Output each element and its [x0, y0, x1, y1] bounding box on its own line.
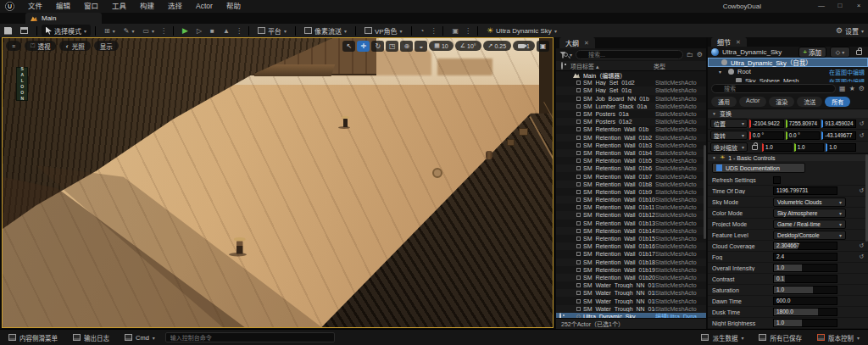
basic-controls-section-header[interactable]: ▼ ☀ 1 - Basic Controls: [708, 153, 868, 161]
x-value-field[interactable]: -2104.9422: [749, 120, 784, 128]
close-tab-icon[interactable]: ✕: [736, 39, 741, 46]
outliner-row[interactable]: SM_Retention_Wall_01b9 StaticMeshActo: [556, 188, 706, 196]
outliner-row-selected[interactable]: Ultra_Dynamic_Sky 编辑Ultra_Dyna: [556, 313, 706, 318]
value-slider-field[interactable]: 600.0: [773, 297, 837, 305]
checkbox[interactable]: [773, 176, 781, 184]
move-tool-button[interactable]: ✛: [357, 41, 370, 52]
value-slider-field[interactable]: 1196.799731: [773, 186, 837, 195]
view-mode-dropdown[interactable]: ◐ 光照: [59, 41, 90, 51]
transform-axis-dropdown[interactable]: 绝对缩放▾: [710, 142, 748, 152]
world-local-toggle[interactable]: ⊕: [400, 41, 413, 52]
outliner-row[interactable]: SM_Retention_Wall_01b3 StaticMeshActo: [556, 142, 706, 149]
filter-chip-通用[interactable]: 通用: [711, 97, 737, 107]
value-slider-field[interactable]: 1.0: [773, 319, 837, 327]
viewport-options-menu[interactable]: ≡: [6, 41, 21, 51]
x-value-field[interactable]: 0.0 °: [749, 131, 784, 140]
edit-in-blueprint-link[interactable]: 在蓝图中编辑: [829, 68, 865, 76]
outliner-row[interactable]: SM_Retention_Wall_01b11 StaticMeshActo: [556, 203, 706, 211]
rotation-snap-control[interactable]: ∠ 10°: [455, 41, 481, 51]
outliner-row[interactable]: SM_Posters_01a2 StaticMeshActo: [556, 118, 706, 125]
blueprints-button[interactable]: ✎▾: [120, 25, 139, 36]
filter-chip-Actor[interactable]: Actor: [739, 97, 766, 107]
transform-section-header[interactable]: ▼变换: [708, 109, 868, 118]
outliner-row[interactable]: SM_Retention_Wall_01b18 StaticMeshActo: [556, 259, 706, 266]
reset-icon[interactable]: ↺: [858, 120, 865, 127]
outliner-row[interactable]: SM_Retention_Wall_01b20 StaticMeshActo: [556, 274, 706, 281]
cinematics-button[interactable]: ▭▾: [138, 25, 159, 36]
menu-工具[interactable]: 工具: [105, 0, 133, 13]
outliner-search-input[interactable]: [576, 50, 683, 59]
derived-data-dropdown[interactable]: 派生数据▾: [696, 331, 748, 344]
value-slider-field[interactable]: 0.1: [773, 275, 837, 283]
reset-icon[interactable]: ↺: [859, 253, 864, 260]
menu-编辑[interactable]: 编辑: [49, 0, 77, 13]
reset-icon[interactable]: ↺: [858, 132, 865, 139]
dropdown-select[interactable]: Volumetric Clouds▾: [773, 198, 846, 207]
lock-icon[interactable]: [856, 50, 862, 55]
add-component-button[interactable]: + 添加: [798, 47, 826, 58]
x-value-field[interactable]: 1.0: [762, 143, 793, 152]
add-actor-button[interactable]: ⊞▾: [100, 25, 120, 36]
reset-icon[interactable]: ↺: [859, 187, 864, 194]
import-content-button[interactable]: [16, 25, 32, 36]
eject-button[interactable]: ▲: [219, 25, 234, 36]
outliner-row[interactable]: SM_Water_Trough_NN_01b3 StaticMeshActo: [556, 297, 706, 304]
cmd-dropdown[interactable]: Cmd▾: [120, 331, 160, 344]
y-value-field[interactable]: 0.0 °: [786, 131, 821, 140]
outliner-row[interactable]: SM_Retention_Wall_01b15 StaticMeshActo: [556, 235, 706, 242]
pixel-streaming-dropdown[interactable]: 像素流送▾: [300, 25, 351, 36]
maximize-viewport-button[interactable]: ▣: [537, 41, 549, 52]
value-slider-field[interactable]: 1.0: [773, 264, 837, 272]
dropdown-select[interactable]: Sky Atmosphere▾: [773, 209, 846, 218]
console-command-input[interactable]: [165, 332, 335, 342]
outliner-row[interactable]: SM_Retention_Wall_01b5 StaticMeshActo: [556, 157, 706, 164]
platforms-dropdown[interactable]: 平台▾: [253, 25, 291, 36]
render-button[interactable]: ▣: [448, 25, 463, 36]
outliner-settings-icon[interactable]: ⚙: [697, 51, 703, 58]
play-options-icon[interactable]: ⋮: [234, 27, 244, 35]
details-settings-icon[interactable]: ⚙: [859, 85, 865, 92]
render-options-icon[interactable]: ⋮: [463, 27, 473, 35]
y-value-field[interactable]: 1.0: [794, 143, 825, 152]
dropdown-select[interactable]: Game / Real-time▾: [773, 220, 846, 229]
menu-文件[interactable]: 文件: [21, 0, 49, 13]
outliner-row[interactable]: SM_Retention_Wall_01b4 StaticMeshActo: [556, 149, 706, 157]
scale-tool-button[interactable]: ◳: [386, 41, 398, 52]
outliner-row[interactable]: SM_Retention_Wall_01b17 StaticMeshActo: [556, 250, 706, 258]
tab-details[interactable]: 细节 ✕: [711, 37, 747, 47]
vp-roles-dropdown[interactable]: VP角色▾: [360, 25, 407, 36]
outliner-row[interactable]: SM_Job_Board_NN_01b StaticMeshActo: [556, 95, 706, 103]
value-slider-field[interactable]: 1.0: [773, 286, 837, 294]
all-saved-button[interactable]: 所有已保存: [754, 331, 807, 344]
expander-icon[interactable]: ▾: [719, 69, 725, 75]
value-slider-field[interactable]: 1800.0: [773, 308, 837, 316]
outliner-row[interactable]: SM_Retention_Wall_01b14 StaticMeshActo: [556, 227, 706, 235]
outliner-row[interactable]: SM_Hay_Set_01d2 StaticMeshActo: [556, 79, 706, 86]
rotate-tool-button[interactable]: ↻: [371, 41, 384, 52]
outliner-row[interactable]: SM_Retention_Wall_01b8 StaticMeshActo: [556, 181, 706, 188]
surface-snap-button[interactable]: ◒: [415, 41, 427, 52]
filter-chip-渲染[interactable]: 渲染: [769, 97, 794, 107]
tab-outliner[interactable]: 大纲 ✕: [559, 37, 595, 48]
grid-snap-control[interactable]: ▦ 10: [429, 41, 453, 51]
output-log-button[interactable]: 输出日志: [68, 331, 114, 344]
display-options-icon[interactable]: ▦: [839, 85, 846, 92]
visibility-eye-icon[interactable]: [558, 314, 568, 318]
z-value-field[interactable]: 913.459024: [821, 120, 856, 128]
details-search-input[interactable]: [711, 84, 836, 93]
settings-dropdown[interactable]: ⚙ 设置▾: [832, 25, 868, 36]
value-slider-field[interactable]: 2.4: [773, 253, 837, 261]
outliner-row[interactable]: SM_Retention_Wall_01b12 StaticMeshActo: [556, 211, 706, 219]
menu-构建[interactable]: 构建: [133, 0, 161, 13]
label-column-header[interactable]: 项目标签 ▴: [570, 62, 654, 70]
toolbar-overflow-icon[interactable]: ⋮: [159, 27, 169, 35]
maximize-button[interactable]: □: [831, 0, 849, 13]
close-tab-icon[interactable]: ✕: [584, 40, 589, 47]
close-button[interactable]: ×: [849, 0, 868, 13]
outliner-row[interactable]: SM_Retention_Wall_01b19 StaticMeshActo: [556, 266, 706, 274]
uds-toolbar-dropdown[interactable]: ☀ Ultra Dynamic Sky▾: [482, 25, 561, 36]
outliner-row[interactable]: SM_Retention_Wall_01b13 StaticMeshActo: [556, 220, 706, 227]
outliner-row[interactable]: SM_Water_Trough_NN_01b StaticMeshActo: [556, 281, 706, 289]
save-button[interactable]: [0, 25, 16, 36]
outliner-row[interactable]: SM_Water_Trough_NN_01b2 StaticMeshActo: [556, 289, 706, 297]
